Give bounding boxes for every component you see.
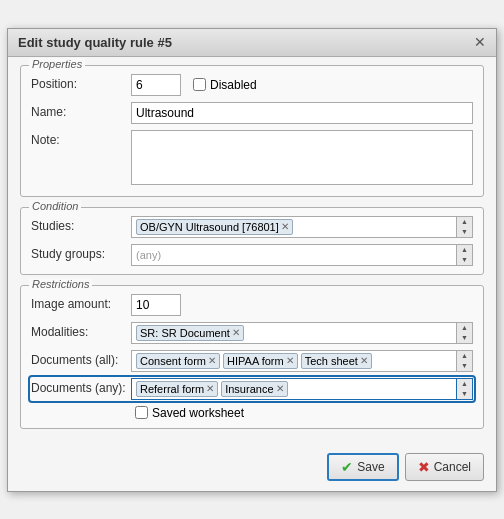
docs-any-input-wrapper: Referral form ✕ Insurance ✕ ▲ ▼ (131, 378, 473, 400)
modalities-arrow-down[interactable]: ▼ (457, 333, 472, 343)
properties-section-label: Properties (29, 58, 85, 70)
docs-any-arrow-down[interactable]: ▼ (457, 389, 472, 399)
studies-arrow-up[interactable]: ▲ (457, 217, 472, 227)
docs-all-tag-area[interactable]: Consent form ✕ HIPAA form ✕ Tech sheet ✕ (131, 350, 457, 372)
saved-worksheet-row: Saved worksheet (31, 406, 473, 420)
save-label: Save (357, 460, 384, 474)
modalities-row: Modalities: SR: SR Document ✕ ▲ ▼ (31, 322, 473, 344)
dialog-title: Edit study quality rule #5 (18, 35, 172, 50)
modalities-tag-area[interactable]: SR: SR Document ✕ (131, 322, 457, 344)
docs-all-arrow-up[interactable]: ▲ (457, 351, 472, 361)
docs-any-arrow-up[interactable]: ▲ (457, 379, 472, 389)
modalities-tag-0: SR: SR Document ✕ (136, 325, 244, 341)
docs-any-tag-1-remove[interactable]: ✕ (276, 384, 284, 394)
modalities-arrows[interactable]: ▲ ▼ (457, 322, 473, 344)
name-row: Name: (31, 102, 473, 124)
docs-all-arrow-down[interactable]: ▼ (457, 361, 472, 371)
restrictions-section-label: Restrictions (29, 278, 92, 290)
docs-all-label: Documents (all): (31, 350, 131, 367)
docs-all-input-wrapper: Consent form ✕ HIPAA form ✕ Tech sheet ✕ (131, 350, 473, 372)
position-row: Position: Disabled (31, 74, 473, 96)
docs-all-tag-2-text: Tech sheet (305, 355, 358, 367)
restrictions-section: Restrictions Image amount: Modalities: S… (20, 285, 484, 429)
cancel-button[interactable]: ✖ Cancel (405, 453, 484, 481)
study-groups-placeholder: (any) (136, 249, 161, 261)
image-amount-control (131, 294, 473, 316)
name-input[interactable] (131, 102, 473, 124)
studies-row: Studies: OB/GYN Ultrasound [76801] ✕ ▲ ▼ (31, 216, 473, 238)
save-icon: ✔ (341, 459, 353, 475)
cancel-label: Cancel (434, 460, 471, 474)
position-controls: Disabled (131, 74, 473, 96)
studies-arrow-down[interactable]: ▼ (457, 227, 472, 237)
note-control (131, 130, 473, 188)
docs-all-tag-1-text: HIPAA form (227, 355, 284, 367)
disabled-checkbox[interactable] (193, 78, 206, 91)
disabled-checkbox-label[interactable]: Disabled (193, 78, 257, 92)
saved-worksheet-text: Saved worksheet (152, 406, 244, 420)
docs-all-row: Documents (all): Consent form ✕ HIPAA fo… (31, 350, 473, 372)
note-row: Note: (31, 130, 473, 188)
docs-all-tag-2: Tech sheet ✕ (301, 353, 372, 369)
image-amount-label: Image amount: (31, 294, 131, 311)
dialog: Edit study quality rule #5 ✕ Properties … (7, 28, 497, 492)
docs-any-tag-0-text: Referral form (140, 383, 204, 395)
docs-any-tag-1: Insurance ✕ (221, 381, 287, 397)
study-groups-tag-area[interactable]: (any) (131, 244, 457, 266)
study-groups-label: Study groups: (31, 244, 131, 261)
saved-worksheet-checkbox[interactable] (135, 406, 148, 419)
save-button[interactable]: ✔ Save (327, 453, 398, 481)
disabled-label: Disabled (210, 78, 257, 92)
modalities-input-wrapper: SR: SR Document ✕ ▲ ▼ (131, 322, 473, 344)
docs-all-tag-2-remove[interactable]: ✕ (360, 356, 368, 366)
cancel-icon: ✖ (418, 459, 430, 475)
condition-section-label: Condition (29, 200, 81, 212)
saved-worksheet-label[interactable]: Saved worksheet (135, 406, 244, 420)
study-groups-input-wrapper: (any) ▲ ▼ (131, 244, 473, 266)
properties-section: Properties Position: Disabled Name: (20, 65, 484, 197)
study-groups-arrows[interactable]: ▲ ▼ (457, 244, 473, 266)
study-groups-arrow-down[interactable]: ▼ (457, 255, 472, 265)
studies-input-wrapper: OB/GYN Ultrasound [76801] ✕ ▲ ▼ (131, 216, 473, 238)
studies-tag-area[interactable]: OB/GYN Ultrasound [76801] ✕ (131, 216, 457, 238)
note-textarea[interactable] (131, 130, 473, 185)
docs-any-arrows[interactable]: ▲ ▼ (457, 378, 473, 400)
docs-any-tag-0-remove[interactable]: ✕ (206, 384, 214, 394)
modalities-tag-0-text: SR: SR Document (140, 327, 230, 339)
close-button[interactable]: ✕ (474, 35, 486, 49)
docs-all-tag-1: HIPAA form ✕ (223, 353, 298, 369)
studies-tag-0: OB/GYN Ultrasound [76801] ✕ (136, 219, 293, 235)
modalities-label: Modalities: (31, 322, 131, 339)
docs-all-tag-0: Consent form ✕ (136, 353, 220, 369)
note-label: Note: (31, 130, 131, 147)
docs-all-arrows[interactable]: ▲ ▼ (457, 350, 473, 372)
study-groups-row: Study groups: (any) ▲ ▼ (31, 244, 473, 266)
dialog-body: Properties Position: Disabled Name: (8, 57, 496, 449)
docs-any-label: Documents (any): (31, 378, 131, 395)
position-label: Position: (31, 74, 131, 91)
image-amount-row: Image amount: (31, 294, 473, 316)
condition-section: Condition Studies: OB/GYN Ultrasound [76… (20, 207, 484, 275)
docs-any-tag-1-text: Insurance (225, 383, 273, 395)
docs-any-tag-area[interactable]: Referral form ✕ Insurance ✕ (131, 378, 457, 400)
modalities-arrow-up[interactable]: ▲ (457, 323, 472, 333)
studies-arrows[interactable]: ▲ ▼ (457, 216, 473, 238)
modalities-tag-0-remove[interactable]: ✕ (232, 328, 240, 338)
image-amount-input[interactable] (131, 294, 181, 316)
studies-tag-0-remove[interactable]: ✕ (281, 222, 289, 232)
position-input[interactable] (131, 74, 181, 96)
docs-any-row: Documents (any): Referral form ✕ Insuran… (31, 378, 473, 400)
name-label: Name: (31, 102, 131, 119)
dialog-titlebar: Edit study quality rule #5 ✕ (8, 29, 496, 57)
studies-tag-0-text: OB/GYN Ultrasound [76801] (140, 221, 279, 233)
dialog-footer: ✔ Save ✖ Cancel (8, 449, 496, 491)
studies-label: Studies: (31, 216, 131, 233)
name-control (131, 102, 473, 124)
docs-all-tag-0-remove[interactable]: ✕ (208, 356, 216, 366)
docs-all-tag-0-text: Consent form (140, 355, 206, 367)
docs-all-tag-1-remove[interactable]: ✕ (286, 356, 294, 366)
study-groups-arrow-up[interactable]: ▲ (457, 245, 472, 255)
docs-any-tag-0: Referral form ✕ (136, 381, 218, 397)
